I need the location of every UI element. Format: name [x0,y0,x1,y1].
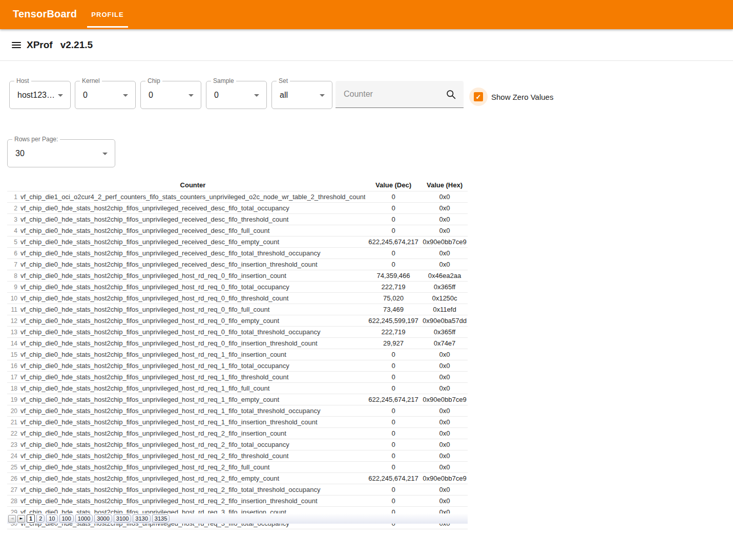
table-row[interactable]: 22 vf_chip_die0_hde_stats_host2chip_fifo… [7,428,468,439]
row-value-hex: 0x0 [422,450,468,462]
table-row[interactable]: 12 vf_chip_die0_hde_stats_host2chip_fifo… [7,315,468,327]
row-value-hex: 0x0 [422,383,468,394]
table-row[interactable]: 9 vf_chip_die0_hde_stats_host2chip_fifos… [7,282,468,293]
page-button-3100[interactable]: 3100 [114,514,131,523]
row-index: 17 [7,372,20,383]
page-button-10[interactable]: 10 [46,514,57,523]
row-counter-name: vf_chip_die0_hde_stats_host2chip_fifos_u… [20,338,365,349]
row-index: 27 [7,484,20,496]
row-counter-name: vf_chip_die0_hde_stats_host2chip_fifos_u… [20,225,365,236]
sample-select[interactable]: Sample 0 [206,81,267,109]
row-index: 13 [7,327,20,338]
app-title: TensorBoard [13,8,77,20]
row-index: 5 [7,236,20,248]
chevron-down-icon [254,94,259,97]
row-value-hex: 0x0 [422,428,468,439]
chevron-down-icon [58,94,63,97]
table-row[interactable]: 3 vf_chip_die0_hde_stats_host2chip_fifos… [7,214,468,225]
table-row[interactable]: 19 vf_chip_die0_hde_stats_host2chip_fifo… [7,394,468,405]
row-value-hex: 0x0 [422,417,468,428]
page-button-1[interactable]: 1 [27,514,35,523]
kernel-select[interactable]: Kernel 0 [75,81,136,109]
table-row[interactable]: 18 vf_chip_die0_hde_stats_host2chip_fifo… [7,383,468,394]
header-value-dec: Value (Dec) [365,180,422,191]
page-button-3000[interactable]: 3000 [94,514,112,523]
row-value-hex: 0x1250c [422,293,468,304]
table-row[interactable]: 14 vf_chip_die0_hde_stats_host2chip_fifo… [7,338,468,349]
page-button-3135[interactable]: 3135 [152,514,170,523]
row-index: 7 [7,259,20,270]
row-counter-name: vf_chip_die0_hde_stats_host2chip_fifos_u… [20,428,365,439]
table-row[interactable]: 13 vf_chip_die0_hde_stats_host2chip_fifo… [7,327,468,338]
page-button-3130[interactable]: 3130 [133,514,150,523]
row-value-dec: 0 [365,496,422,507]
table-row[interactable]: 2 vf_chip_die0_hde_stats_host2chip_fifos… [7,203,468,214]
set-select[interactable]: Set all [271,81,332,109]
xprof-title: XProf [27,39,53,51]
table-row[interactable]: 25 vf_chip_die0_hde_stats_host2chip_fifo… [7,462,468,473]
chip-select[interactable]: Chip 0 [140,81,201,109]
table-row[interactable]: 10 vf_chip_die0_hde_stats_host2chip_fifo… [7,293,468,304]
table-row[interactable]: 28 vf_chip_die0_hde_stats_host2chip_fifo… [7,496,468,507]
row-counter-name: vf_chip_die0_hde_stats_host2chip_fifos_u… [20,394,365,405]
table-row[interactable]: 15 vf_chip_die0_hde_stats_host2chip_fifo… [7,349,468,360]
row-value-hex: 0x0 [422,214,468,225]
row-value-hex: 0x0 [422,225,468,236]
page-button-1000[interactable]: 1000 [75,514,93,523]
row-counter-name: vf_chip_die0_hde_stats_host2chip_fifos_u… [20,315,365,327]
app-bar: TensorBoard PROFILE [0,0,733,29]
chevron-down-icon [102,153,108,155]
row-value-dec: 0 [365,214,422,225]
row-index: 14 [7,338,20,349]
table-row[interactable]: 6 vf_chip_die0_hde_stats_host2chip_fifos… [7,248,468,259]
row-value-dec: 0 [365,191,422,203]
row-value-dec: 0 [365,360,422,372]
row-value-dec: 0 [365,417,422,428]
table-row[interactable]: 5 vf_chip_die0_hde_stats_host2chip_fifos… [7,236,468,248]
table-row[interactable]: 1 vf_chip_die1_oci_o2cur4_2_perf_counter… [7,191,468,203]
table-row[interactable]: 20 vf_chip_die0_hde_stats_host2chip_fifo… [7,405,468,417]
tab-profile[interactable]: PROFILE [87,0,128,29]
row-value-dec: 0 [365,450,422,462]
table-row[interactable]: 24 vf_chip_die0_hde_stats_host2chip_fifo… [7,450,468,462]
table-row[interactable]: 26 vf_chip_die0_hde_stats_host2chip_fifo… [7,473,468,484]
row-index: 25 [7,462,20,473]
prev-page-button[interactable]: ◄ [8,515,16,523]
row-index: 19 [7,394,20,405]
row-value-hex: 0x0 [422,349,468,360]
table-row[interactable]: 8 vf_chip_die0_hde_stats_host2chip_fifos… [7,270,468,282]
next-page-button[interactable]: ► [17,515,25,523]
host-select[interactable]: Host host123… [9,81,71,109]
table-row[interactable]: 17 vf_chip_die0_hde_stats_host2chip_fifo… [7,372,468,383]
counter-table-body: 1 vf_chip_die1_oci_o2cur4_2_perf_counter… [7,191,468,529]
row-counter-name: vf_chip_die0_hde_stats_host2chip_fifos_u… [20,360,365,372]
row-value-dec: 0 [365,203,422,214]
page-button-2[interactable]: 2 [36,514,45,523]
tab-profile-label: PROFILE [91,11,123,18]
row-counter-name: vf_chip_die0_hde_stats_host2chip_fifos_u… [20,214,365,225]
row-index: 11 [7,304,20,315]
search-icon[interactable] [446,89,456,100]
table-row[interactable]: 27 vf_chip_die0_hde_stats_host2chip_fifo… [7,484,468,496]
row-index: 4 [7,225,20,236]
row-value-dec: 0 [365,259,422,270]
menu-icon[interactable] [12,40,21,50]
chevron-down-icon [189,94,194,97]
row-index: 1 [7,191,20,203]
row-index: 28 [7,496,20,507]
table-row[interactable]: 21 vf_chip_die0_hde_stats_host2chip_fifo… [7,417,468,428]
counter-search-input[interactable] [344,81,441,107]
rows-per-page-select[interactable]: Rows per Page: 30 [7,139,115,167]
table-row[interactable]: 16 vf_chip_die0_hde_stats_host2chip_fifo… [7,360,468,372]
show-zero-values-toggle[interactable]: ✓ Show Zero Values [469,88,553,106]
row-value-dec: 29,927 [365,338,422,349]
table-row[interactable]: 11 vf_chip_die0_hde_stats_host2chip_fifo… [7,304,468,315]
table-row[interactable]: 7 vf_chip_die0_hde_stats_host2chip_fifos… [7,259,468,270]
table-row[interactable]: 4 vf_chip_die0_hde_stats_host2chip_fifos… [7,225,468,236]
row-index: 22 [7,428,20,439]
checkbox-checked-icon[interactable]: ✓ [474,92,483,101]
row-value-dec: 0 [365,225,422,236]
page-button-100[interactable]: 100 [59,514,74,523]
row-counter-name: vf_chip_die0_hde_stats_host2chip_fifos_u… [20,450,365,462]
table-row[interactable]: 23 vf_chip_die0_hde_stats_host2chip_fifo… [7,439,468,450]
